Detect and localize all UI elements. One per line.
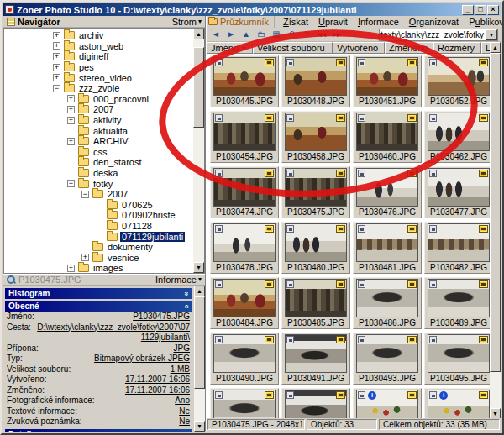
close-button[interactable]: × — [487, 5, 499, 15]
thumbnail-P1030484.JPG[interactable]: P1030484.JPG — [210, 277, 279, 329]
tree-item-aktivity[interactable]: +aktivity — [4, 115, 192, 126]
maximize-button[interactable]: □ — [475, 5, 486, 15]
tree-item-070625[interactable]: 070625 — [4, 200, 192, 211]
thumbnail-P1030490.JPG[interactable]: P1030490.JPG — [210, 333, 279, 385]
thumbnail-partial[interactable]: i — [353, 388, 422, 419]
info-section-detaily[interactable]: Detaily» — [5, 429, 192, 432]
tree-item-archiv[interactable]: +archiv — [4, 30, 192, 41]
new-folder-icon[interactable]: 🗀 — [255, 29, 268, 40]
thumbnail-image[interactable] — [213, 334, 276, 373]
thumbnail-image[interactable] — [285, 334, 347, 373]
info-row-value[interactable]: P1030475.JPG — [39, 312, 190, 322]
thumbnail-P1030458.JPG[interactable]: P1030458.JPG — [281, 111, 350, 163]
tree-scrollbar[interactable]: ▲ ▼ — [193, 29, 204, 273]
minimize-button[interactable]: _ — [462, 5, 474, 15]
thumbnail-image[interactable] — [213, 113, 276, 151]
thumbnail-image[interactable] — [428, 334, 490, 373]
thumbnail-P1030476.JPG[interactable]: P1030476.JPG — [353, 166, 422, 218]
thumbnail-image[interactable] — [213, 223, 276, 262]
scroll-up-icon[interactable]: ▲ — [194, 286, 205, 296]
thumbnail-image[interactable] — [356, 113, 418, 151]
info-scroll-thumb[interactable] — [194, 296, 205, 389]
thumbnail-P1030493.JPG[interactable]: P1030493.JPG — [353, 333, 422, 385]
expand-icon[interactable]: + — [81, 254, 89, 261]
tree-item-aston_web[interactable]: +aston_web — [4, 41, 192, 52]
thumbnail-P1030489.JPG[interactable]: P1030489.JPG — [424, 277, 493, 329]
rotate-right-icon[interactable]: ↷ — [300, 29, 313, 40]
thumbnail-P1030485.JPG[interactable]: P1030485.JPG — [281, 277, 350, 329]
info-row-value[interactable]: 17.11.2007 16:06 — [50, 385, 190, 396]
expand-chevron-icon[interactable]: » — [181, 291, 190, 296]
pane-divider[interactable] — [205, 16, 207, 431]
tree-item-071128[interactable]: 071128 — [4, 221, 192, 232]
thumbnail-P1030474.JPG[interactable]: P1030474.JPG — [210, 166, 279, 218]
info-section-obecné[interactable]: Obecné» — [5, 301, 192, 312]
thumbnail-image[interactable] — [428, 113, 490, 151]
tree-item-000_pracovni[interactable]: +000_pracovni — [4, 94, 192, 105]
grid-scrollbar[interactable]: ▲ ▼ — [490, 42, 501, 419]
tree-item-dokumenty[interactable]: dokumenty — [4, 242, 192, 253]
tree-item-pes[interactable]: +pes — [4, 62, 192, 73]
tree-item-aktualita[interactable]: aktualita — [4, 125, 192, 136]
thumbnail-image[interactable] — [213, 279, 276, 317]
info-row-value[interactable]: Ano — [100, 396, 191, 406]
back-icon[interactable]: ◄ — [209, 29, 223, 40]
thumbnail-image[interactable] — [285, 113, 347, 151]
tree-item-zzz_zvole[interactable]: −zzz_zvole — [4, 83, 192, 94]
expand-icon[interactable]: + — [53, 42, 60, 50]
tree-item-archiv[interactable]: +ARCHIV — [4, 136, 192, 147]
column-header-velikost-souboru[interactable]: Velikost souboru — [253, 42, 333, 54]
thumbnail-image[interactable] — [285, 223, 347, 262]
collapse-icon[interactable]: − — [53, 85, 60, 92]
expand-icon[interactable]: + — [67, 138, 75, 145]
thumbnail-image[interactable] — [285, 168, 347, 207]
tree-item-vesnice[interactable]: +vesnice — [4, 252, 192, 263]
expand-icon[interactable]: + — [67, 95, 75, 102]
thumbnail-image[interactable] — [356, 223, 418, 262]
thumbnail-image[interactable] — [356, 57, 418, 96]
info-scrollbar[interactable]: ▲ ▼ — [194, 286, 205, 432]
scroll-down-icon[interactable]: ▼ — [193, 262, 204, 273]
expand-icon[interactable]: + — [67, 117, 75, 124]
tree-item-stereo_video[interactable]: +stereo_video — [4, 72, 192, 83]
thumbnail-P1030462.JPG[interactable]: P1030462.JPG — [424, 111, 493, 163]
menu-publikovat[interactable]: Publikovat — [464, 16, 504, 28]
rotate-left-icon[interactable]: ↶ — [285, 29, 298, 40]
collapse-chevron-icon[interactable]: » — [181, 304, 190, 308]
first-icon[interactable]: ◂◂ — [315, 29, 328, 40]
scroll-down-icon[interactable]: ▼ — [194, 421, 205, 432]
thumbnail-P1030452.JPG[interactable]: P1030452.JPG — [424, 55, 493, 107]
path-combobox[interactable]: D:\wtexty\clanky\zzz_zvole\fotky ▼ — [379, 29, 498, 41]
collapse-icon[interactable]: − — [67, 180, 75, 187]
grid-scroll-thumb[interactable] — [490, 53, 501, 372]
info-row-value[interactable]: Ne — [87, 417, 191, 427]
thumbnail-image[interactable] — [356, 168, 418, 207]
tree-item-digineff[interactable]: +digineff — [4, 51, 192, 62]
thumbnail-P1030481.JPG[interactable]: P1030481.JPG — [353, 222, 422, 274]
thumbnail-image[interactable] — [428, 223, 490, 262]
thumbnail-image[interactable] — [213, 168, 276, 207]
forward-icon[interactable]: ► — [224, 29, 238, 40]
tree-item-den_starost[interactable]: den_starost — [4, 157, 192, 168]
explorer-tab[interactable]: Průzkumník — [207, 16, 275, 28]
last-icon[interactable]: ▸▸ — [330, 29, 344, 40]
column-header-změněno[interactable]: Změněno — [385, 42, 433, 54]
expand-icon[interactable]: + — [53, 64, 60, 71]
tree-item-deska[interactable]: deska — [4, 168, 192, 179]
thumbnail-image[interactable]: i — [428, 390, 490, 419]
expand-icon[interactable]: + — [53, 74, 60, 81]
thumbnail-image[interactable] — [428, 57, 490, 96]
info-mode-select[interactable]: Informace ▾ — [155, 275, 202, 285]
info-row-value[interactable]: Bitmapový obrázek JPEG — [28, 354, 190, 364]
thumbnail-P1030454.JPG[interactable]: P1030454.JPG — [210, 111, 279, 163]
thumbnail-image[interactable] — [285, 390, 347, 419]
thumbnail-P1030460.JPG[interactable]: P1030460.JPG — [353, 111, 422, 163]
tree-item-images[interactable]: +images — [4, 263, 192, 274]
column-header-jméno[interactable]: Jméno▼ — [207, 42, 253, 54]
scroll-up-icon[interactable]: ▲ — [490, 42, 501, 53]
menu-upravit[interactable]: Upravit — [313, 16, 353, 28]
thumbnail-P1030495.JPG[interactable]: P1030495.JPG — [424, 333, 493, 385]
info-row-value[interactable]: D:\wtexty\clanky\zzz_zvole\fotky\2007\07… — [36, 322, 190, 343]
menu-informace[interactable]: Informace — [353, 16, 404, 28]
thumbnail-partial[interactable] — [281, 388, 350, 419]
